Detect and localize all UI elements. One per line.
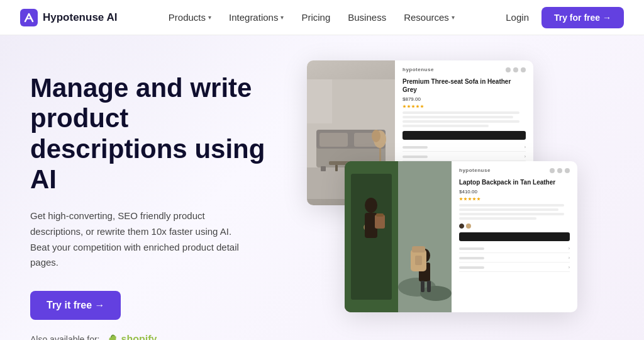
- available-section: Also available for: shopify: [30, 332, 282, 340]
- sofa-card-icons: [506, 67, 526, 72]
- nav-links: Products▾ Integrations▾ Pricing Business…: [169, 12, 455, 23]
- desc-line-2: [402, 116, 513, 118]
- cart-icon[interactable]: [565, 168, 570, 173]
- star-2-icon: [407, 105, 411, 108]
- color-dark-swatch[interactable]: [459, 224, 464, 229]
- nav-item-resources[interactable]: Resources▾: [404, 12, 455, 23]
- backpack-product-title: Laptop Backpack in Tan Leather: [459, 178, 570, 186]
- available-text: Also available for:: [30, 334, 100, 340]
- backpack-door-image: [345, 161, 398, 312]
- svg-rect-31: [415, 256, 422, 265]
- search-icon[interactable]: [506, 67, 511, 72]
- backpack-card-content: hypotenuse Laptop Backpack in Tan Leathe…: [452, 161, 577, 312]
- star-4-icon: [472, 197, 476, 201]
- chevron-down-icon: ▾: [280, 14, 284, 21]
- outdoor-scene-icon: [398, 161, 452, 312]
- color-tan-swatch[interactable]: [466, 224, 471, 229]
- backpack-option-2: ›: [459, 256, 570, 263]
- svg-rect-8: [321, 166, 326, 171]
- backpack-stars: [459, 197, 570, 201]
- nav-item-business[interactable]: Business: [348, 12, 386, 23]
- svg-point-26: [420, 286, 452, 301]
- star-1-icon: [459, 197, 463, 201]
- hero-subtext: Get high-converting, SEO friendly produc…: [30, 208, 244, 271]
- sofa-card-nav: hypotenuse: [402, 67, 526, 72]
- sofa-option-1: ›: [402, 145, 526, 152]
- sofa-option-2: ›: [402, 154, 526, 161]
- hero-right: hypotenuse Premium Three-seat Sofa in He…: [282, 67, 614, 340]
- door-scene-icon: [345, 161, 398, 312]
- nav-right: Login Try for free →: [506, 7, 624, 28]
- star-1-icon: [402, 105, 406, 108]
- chevron-right-icon: ›: [525, 145, 526, 149]
- backpack-card-nav: hypotenuse: [459, 167, 570, 173]
- logo[interactable]: Hypotenuse AI: [20, 9, 117, 26]
- star-5-icon: [477, 197, 480, 201]
- login-link[interactable]: Login: [506, 12, 529, 23]
- try-for-free-button[interactable]: Try for free →: [541, 7, 624, 28]
- chevron-right-icon: ›: [569, 265, 570, 269]
- product-card-backpack: hypotenuse Laptop Backpack in Tan Leathe…: [345, 161, 577, 312]
- shopify-icon: [105, 332, 119, 340]
- user-icon[interactable]: [557, 168, 562, 173]
- chevron-down-icon: ▾: [208, 14, 211, 21]
- svg-rect-6: [319, 133, 348, 147]
- backpack-desc-lines: [459, 204, 570, 220]
- logo-text: Hypotenuse AI: [43, 11, 117, 24]
- desc-line-4: [459, 217, 536, 220]
- desc-line-3: [402, 120, 519, 123]
- star-3-icon: [411, 105, 415, 108]
- nav-item-products[interactable]: Products▾: [169, 12, 211, 23]
- backpack-options: › › ›: [459, 246, 570, 272]
- sofa-stars: [402, 105, 526, 108]
- hero-heading: Manage and write product descriptions us…: [30, 73, 282, 195]
- desc-line-4: [402, 125, 489, 127]
- user-icon[interactable]: [513, 67, 518, 72]
- backpack-image: [345, 161, 452, 312]
- backpack-card-icons: [550, 168, 570, 173]
- backpack-outdoor-image: [398, 161, 452, 312]
- nav-item-integrations[interactable]: Integrations▾: [229, 12, 284, 23]
- backpack-add-to-cart-button[interactable]: [459, 232, 570, 241]
- svg-point-15: [372, 130, 380, 142]
- shopify-label: shopify: [121, 334, 157, 340]
- svg-rect-16: [307, 79, 332, 123]
- desc-line-1: [402, 111, 519, 114]
- svg-rect-30: [412, 246, 425, 252]
- sofa-product-title: Premium Three-seat Sofa in Heather Grey: [402, 77, 526, 94]
- chevron-right-icon: ›: [525, 154, 526, 159]
- star-4-icon: [416, 105, 419, 108]
- navbar: Hypotenuse AI Products▾ Integrations▾ Pr…: [0, 0, 644, 35]
- backpack-price: $410.00: [459, 189, 570, 195]
- desc-line-2: [459, 208, 558, 211]
- chevron-right-icon: ›: [569, 256, 570, 260]
- svg-rect-33: [427, 281, 431, 292]
- search-icon[interactable]: [550, 168, 555, 173]
- desc-line-1: [459, 204, 564, 207]
- hero-section: Manage and write product descriptions us…: [0, 35, 644, 340]
- logo-icon: [20, 9, 38, 26]
- backpack-brand-label: hypotenuse: [459, 167, 491, 173]
- svg-rect-0: [20, 9, 38, 26]
- desc-line-3: [459, 213, 564, 215]
- backpack-option-3: ›: [459, 265, 570, 272]
- color-swatches: [459, 224, 570, 229]
- svg-rect-32: [421, 281, 425, 292]
- svg-rect-11: [335, 165, 338, 171]
- sofa-brand-label: hypotenuse: [402, 67, 434, 72]
- svg-rect-22: [375, 215, 385, 229]
- hero-cta-button[interactable]: Try it free →: [30, 291, 121, 320]
- shopify-badge: shopify: [105, 332, 157, 340]
- cart-icon[interactable]: [521, 67, 526, 72]
- sofa-add-to-cart-button[interactable]: [402, 131, 526, 140]
- svg-rect-23: [376, 213, 384, 217]
- chevron-right-icon: ›: [569, 246, 570, 251]
- nav-item-pricing[interactable]: Pricing: [301, 12, 330, 23]
- sofa-desc-lines: [402, 111, 526, 127]
- star-2-icon: [464, 197, 467, 201]
- svg-point-20: [365, 198, 377, 213]
- sofa-price: $879.00: [402, 96, 526, 102]
- backpack-option-1: ›: [459, 246, 570, 253]
- star-5-icon: [420, 105, 424, 108]
- star-3-icon: [468, 197, 472, 201]
